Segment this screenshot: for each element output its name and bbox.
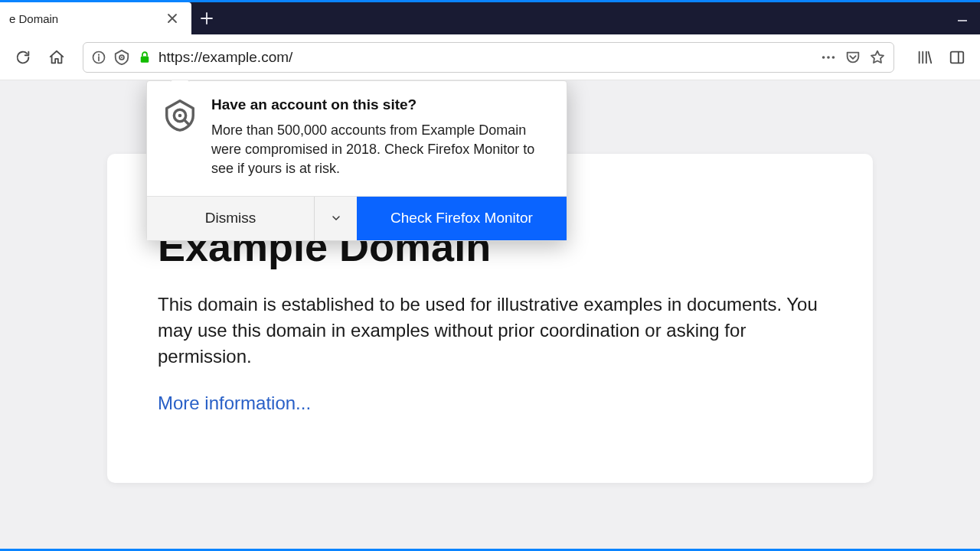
monitor-icon [113,49,130,66]
dismiss-group: Dismiss [147,197,357,240]
titlebar: e Domain [0,2,980,34]
library-icon [916,49,933,66]
dismiss-button[interactable]: Dismiss [147,197,314,240]
reload-icon [15,49,31,66]
popup-text: Have an account on this site? More than … [211,96,548,179]
more-info-link[interactable]: More information... [158,393,311,413]
svg-point-7 [832,56,835,59]
popup-body: Have an account on this site? More than … [147,81,567,196]
home-button[interactable] [43,44,70,71]
info-icon [91,50,106,65]
page-paragraph: This domain is established to be used fo… [158,292,822,370]
popup-title: Have an account on this site? [211,96,548,113]
star-icon [869,49,886,66]
dismiss-options-button[interactable] [314,197,357,240]
bookmark-button[interactable] [867,47,887,67]
window-controls [945,2,980,34]
site-info-button[interactable] [90,48,108,67]
url-protocol: https:// [158,49,202,65]
reload-button[interactable] [9,44,37,71]
close-icon [167,13,178,24]
home-icon [48,49,65,66]
pocket-icon [844,49,861,66]
sidebar-button[interactable] [943,44,971,71]
library-button[interactable] [911,44,939,71]
lock-icon [138,51,152,64]
check-monitor-button[interactable]: Check Firefox Monitor [357,197,567,240]
browser-tab[interactable]: e Domain [0,2,191,34]
more-icon [820,49,837,66]
popup-message: More than 500,000 accounts from Example … [211,121,548,179]
url-host: example.com/ [202,49,292,65]
url-bar[interactable]: https://example.com/ [83,42,894,73]
svg-point-6 [827,56,830,59]
sidebar-icon [949,49,965,66]
minimize-button[interactable] [945,2,980,34]
svg-point-5 [822,56,825,59]
svg-rect-4 [141,56,149,62]
svg-point-3 [121,57,122,58]
svg-point-10 [178,114,182,118]
minimize-icon [957,13,968,24]
page-actions-button[interactable] [818,47,838,67]
content-area: Example Domain This domain is establishe… [0,80,980,551]
new-tab-button[interactable] [191,2,222,34]
monitor-popup: Have an account on this site? More than … [146,80,567,241]
toolbar-right [911,44,971,71]
popup-buttons: Dismiss Check Firefox Monitor [147,196,567,240]
svg-rect-8 [951,51,964,63]
monitor-icon [162,98,198,133]
plus-icon [201,12,213,24]
url-text[interactable]: https://example.com/ [158,49,814,66]
pocket-button[interactable] [843,47,863,67]
connection-secure-button[interactable] [136,48,154,67]
close-tab-button[interactable] [164,10,181,27]
svg-point-1 [98,54,100,55]
tab-title: e Domain [9,12,164,25]
monitor-indicator-button[interactable] [113,48,131,67]
navigation-toolbar: https://example.com/ [0,34,980,80]
chevron-down-icon [330,212,342,224]
